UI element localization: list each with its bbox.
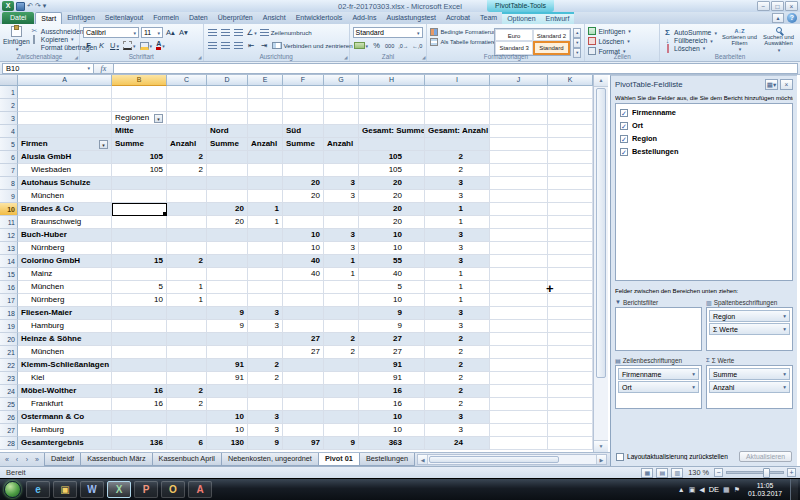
- cell-K2[interactable]: [548, 99, 593, 112]
- zoom-slider-thumb[interactable]: [763, 468, 770, 478]
- cell-G28[interactable]: 9: [324, 437, 359, 450]
- tab-acrobat[interactable]: Acrobat: [441, 12, 475, 24]
- cell-D26[interactable]: 10: [207, 411, 248, 424]
- cell-J25[interactable]: [490, 398, 548, 411]
- cell-E18[interactable]: 3: [248, 307, 283, 320]
- row-header-24[interactable]: 24: [0, 385, 18, 398]
- checkbox-bestellungen[interactable]: ✓: [620, 148, 628, 156]
- tab-überprüfen[interactable]: Überprüfen: [213, 12, 258, 24]
- cell-C2[interactable]: [167, 99, 207, 112]
- close-button[interactable]: ×: [785, 1, 798, 11]
- row-header-16[interactable]: 16: [0, 281, 18, 294]
- cell-D19[interactable]: 9: [207, 320, 248, 333]
- next-sheet-button[interactable]: ›: [22, 454, 32, 466]
- merge-center-button[interactable]: Verbinden und zentrieren▾: [272, 41, 359, 51]
- sheet-tab-pivot-01[interactable]: Pivot 01: [318, 453, 360, 466]
- cell-I3[interactable]: [425, 112, 490, 125]
- cell-J16[interactable]: [490, 281, 548, 294]
- cell-K12[interactable]: [548, 229, 593, 242]
- cell-K13[interactable]: [548, 242, 593, 255]
- column-header-D[interactable]: D: [207, 75, 248, 86]
- cell-E2[interactable]: [248, 99, 283, 112]
- insert-function-button[interactable]: fx: [94, 63, 114, 74]
- cell-K27[interactable]: [548, 424, 593, 437]
- cell-K1[interactable]: [548, 86, 593, 99]
- cell-J5[interactable]: [490, 138, 548, 151]
- cell-H10[interactable]: 20: [359, 203, 425, 216]
- cell-E12[interactable]: [248, 229, 283, 242]
- cell-I7[interactable]: 2: [425, 164, 490, 177]
- column-header-F[interactable]: F: [283, 75, 324, 86]
- cell-I6[interactable]: 2: [425, 151, 490, 164]
- cell-D2[interactable]: [207, 99, 248, 112]
- cell-H17[interactable]: 10: [359, 294, 425, 307]
- cell-G6[interactable]: [324, 151, 359, 164]
- cell-A1[interactable]: [18, 86, 112, 99]
- cell-F8[interactable]: 20: [283, 177, 324, 190]
- cell-B25[interactable]: 16: [112, 398, 167, 411]
- font-size-combo[interactable]: 11▾: [141, 27, 163, 38]
- decrease-indent-button[interactable]: ⇤: [246, 40, 257, 51]
- increase-decimal-button[interactable]: ,0→: [397, 40, 409, 51]
- increase-font-button[interactable]: A▴: [165, 27, 176, 38]
- underline-button[interactable]: U▾: [109, 40, 120, 51]
- cell-D16[interactable]: [207, 281, 248, 294]
- cell-J26[interactable]: [490, 411, 548, 424]
- update-button[interactable]: Aktualisieren: [739, 451, 792, 462]
- cell-I13[interactable]: 3: [425, 242, 490, 255]
- taskbar-icon-internet-explorer[interactable]: e: [26, 481, 50, 498]
- decrease-decimal-button[interactable]: ←,0: [411, 40, 423, 51]
- cell-H23[interactable]: 91: [359, 372, 425, 385]
- cell-B7[interactable]: 105: [112, 164, 167, 177]
- cell-D20[interactable]: [207, 333, 248, 346]
- cell-H9[interactable]: 20: [359, 190, 425, 203]
- fill-button[interactable]: ↓Füllbereich▾: [663, 37, 719, 45]
- pane-layout-icon[interactable]: ▦▾: [765, 79, 778, 90]
- cell-G14[interactable]: 1: [324, 255, 359, 268]
- cell-J23[interactable]: [490, 372, 548, 385]
- field-pill-firmenname[interactable]: Firmenname▾: [618, 368, 699, 380]
- cell-E13[interactable]: [248, 242, 283, 255]
- cell-K7[interactable]: [548, 164, 593, 177]
- cell-F2[interactable]: [283, 99, 324, 112]
- flag-icon[interactable]: ⚑: [734, 486, 740, 494]
- cell-A23[interactable]: Kiel: [18, 372, 112, 385]
- cell-F21[interactable]: 27: [283, 346, 324, 359]
- cell-A19[interactable]: Hamburg: [18, 320, 112, 333]
- cell-J27[interactable]: [490, 424, 548, 437]
- scroll-up-icon[interactable]: ▲: [594, 75, 608, 87]
- cell-B3[interactable]: Regionen▾: [112, 112, 167, 125]
- taskbar-icon-outlook[interactable]: O: [161, 481, 185, 498]
- tab-add-ins[interactable]: Add-Ins: [347, 12, 381, 24]
- taskbar-icon-excel[interactable]: X: [107, 481, 131, 498]
- sheet-tab-kassenbuch-märz[interactable]: Kassenbuch März: [80, 453, 152, 466]
- cell-C10[interactable]: [167, 203, 207, 216]
- cell-J12[interactable]: [490, 229, 548, 242]
- cell-A18[interactable]: Fliesen-Maier: [18, 307, 112, 320]
- cell-A15[interactable]: Mainz: [18, 268, 112, 281]
- cell-H14[interactable]: 55: [359, 255, 425, 268]
- cell-K5[interactable]: [548, 138, 593, 151]
- cell-C9[interactable]: [167, 190, 207, 203]
- cell-G7[interactable]: [324, 164, 359, 177]
- column-header-E[interactable]: E: [248, 75, 283, 86]
- cell-E11[interactable]: 1: [248, 216, 283, 229]
- cell-I19[interactable]: 3: [425, 320, 490, 333]
- scroll-left-icon[interactable]: ◀: [418, 455, 428, 464]
- cell-H25[interactable]: 16: [359, 398, 425, 411]
- sheet-tab-dateidf[interactable]: Dateidf: [44, 453, 81, 466]
- thousands-format-button[interactable]: 000: [384, 40, 395, 51]
- cell-D24[interactable]: [207, 385, 248, 398]
- cell-F13[interactable]: 10: [283, 242, 324, 255]
- taskbar-clock[interactable]: 11:05 01.03.2017: [744, 482, 786, 497]
- row-header-3[interactable]: 3: [0, 112, 18, 125]
- cell-C28[interactable]: 6: [167, 437, 207, 450]
- pane-close-icon[interactable]: ×: [780, 79, 793, 90]
- page-layout-view-button[interactable]: ▤: [656, 468, 668, 478]
- zoom-level[interactable]: 130 %: [688, 468, 709, 477]
- cell-C26[interactable]: [167, 411, 207, 424]
- cell-C24[interactable]: 2: [167, 385, 207, 398]
- cell-K26[interactable]: [548, 411, 593, 424]
- action-center-icon[interactable]: ▣: [689, 486, 696, 494]
- cell-K23[interactable]: [548, 372, 593, 385]
